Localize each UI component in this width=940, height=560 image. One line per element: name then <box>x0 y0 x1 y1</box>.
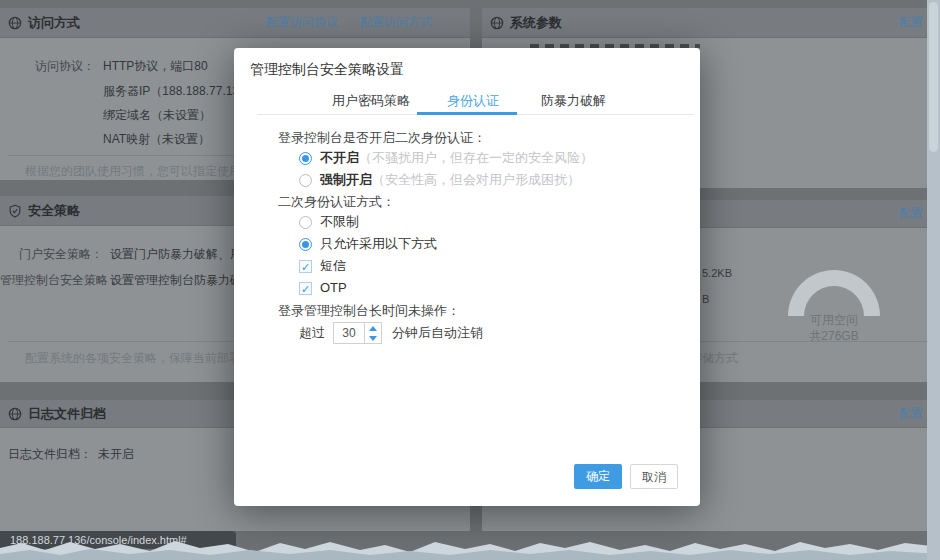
ok-button[interactable]: 确定 <box>574 464 622 489</box>
gauge-total-label: 共276GB <box>774 328 894 345</box>
timeout-minutes-input[interactable] <box>333 322 365 344</box>
section-title: 系统参数 <box>510 14 562 32</box>
stepper-down-icon[interactable] <box>365 333 381 343</box>
access-method-header: 访问方式 配置访问协议 配置访问方式 <box>0 8 470 38</box>
checkbox-checked-icon[interactable]: ✓ <box>299 260 312 273</box>
log-archive-value: 未开启 <box>98 447 134 461</box>
configure-link[interactable]: 配置 <box>899 205 923 222</box>
torn-edge-decoration <box>0 534 940 560</box>
q3-label: 登录管理控制台长时间未操作： <box>278 302 460 320</box>
bound-domain-value: 绑定域名（未设置） <box>103 107 211 124</box>
stepper-up-icon[interactable] <box>365 323 381 333</box>
idle-timeout-row: 超过 分钟后自动注销 <box>299 322 483 344</box>
console-policy-label: 管理控制台安全策略： <box>0 272 103 289</box>
timeout-suffix: 分钟后自动注销 <box>392 324 483 342</box>
active-tab-underline <box>417 112 517 115</box>
configure-access-method-link[interactable]: 配置访问方式 <box>360 14 432 31</box>
security-policy-settings-dialog: 管理控制台安全策略设置 用户密码策略 身份认证 防暴力破解 登录控制台是否开启二… <box>234 48 700 506</box>
configure-link[interactable]: 配置 <box>899 405 923 422</box>
timeout-prefix: 超过 <box>299 324 325 342</box>
portal-policy-label: 门户安全策略： <box>0 246 103 263</box>
radio-selected-icon[interactable] <box>299 152 312 165</box>
section-title: 日志文件归档 <box>28 405 106 423</box>
checkbox-option-otp[interactable]: ✓ OTP <box>299 278 347 298</box>
checkbox-checked-icon[interactable]: ✓ <box>299 282 312 295</box>
portal-policy-value: 设置门户防暴力破解、用 <box>110 247 242 261</box>
radio-option-no-enable[interactable]: 不开启 （不骚扰用户，但存在一定的安全风险） <box>299 148 593 168</box>
size-fragment: B <box>702 293 709 305</box>
radio-unselected-icon[interactable] <box>299 216 312 229</box>
globe-icon <box>8 16 22 30</box>
nat-mapping-value: NAT映射（未设置） <box>103 131 210 148</box>
section-title: 安全策略 <box>28 202 80 220</box>
configure-access-protocol-link[interactable]: 配置访问协议 <box>266 14 338 31</box>
tab-anti-brute-force[interactable]: 防暴力破解 <box>541 90 606 112</box>
disk-usage-gauge <box>788 270 880 316</box>
section-title: 访问方式 <box>28 14 80 32</box>
q1-label: 登录控制台是否开启二次身份认证： <box>278 129 486 147</box>
cancel-button[interactable]: 取消 <box>630 464 678 489</box>
scrollbar-thumb[interactable] <box>929 2 938 152</box>
access-protocol-value: HTTP协议，端口80 <box>103 59 208 73</box>
console-policy-value: 设置管理控制台防暴力破 <box>110 273 242 287</box>
dialog-title: 管理控制台安全策略设置 <box>250 61 404 79</box>
tab-identity-authentication[interactable]: 身份认证 <box>447 90 499 112</box>
q2-label: 二次身份认证方式： <box>278 193 395 211</box>
gauge-label: 可用空间 <box>774 312 894 329</box>
scrollbar[interactable] <box>927 0 940 560</box>
access-protocol-label: 访问协议： <box>0 58 95 75</box>
timeout-stepper[interactable] <box>365 322 382 344</box>
system-params-header: 系统参数 配置 <box>482 8 935 38</box>
tab-user-password-policy[interactable]: 用户密码策略 <box>332 90 410 112</box>
shield-icon <box>8 204 22 218</box>
size-fragment: 5.2KB <box>702 267 732 279</box>
radio-unselected-icon[interactable] <box>299 174 312 187</box>
radio-selected-icon[interactable] <box>299 238 312 251</box>
log-archive-label: 日志文件归档： <box>8 447 92 461</box>
checkbox-option-sms[interactable]: ✓ 短信 <box>299 256 346 276</box>
globe-icon <box>490 16 504 30</box>
globe-icon <box>8 407 22 421</box>
configure-link[interactable]: 配置 <box>899 14 923 31</box>
radio-option-only-following[interactable]: 只允许采用以下方式 <box>299 234 437 254</box>
radio-option-no-limit[interactable]: 不限制 <box>299 212 359 232</box>
radio-option-force-enable[interactable]: 强制开启 （安全性高，但会对用户形成困扰） <box>299 170 580 190</box>
